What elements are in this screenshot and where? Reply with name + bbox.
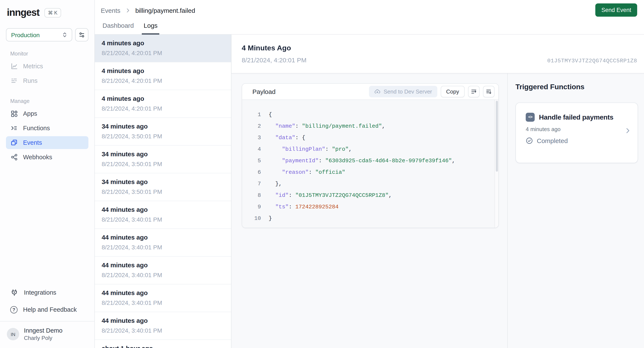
main-panel: 4 Minutes Ago 8/21/2024, 4:20:01 PM 01J5… bbox=[232, 34, 644, 348]
function-time: 4 minutes ago bbox=[526, 126, 630, 132]
event-list-item[interactable]: 44 minutes ago8/21/2024, 3:40:01 PM bbox=[95, 312, 231, 340]
event-item-timestamp: 8/21/2024, 3:40:01 PM bbox=[102, 244, 224, 251]
avatar: IN bbox=[7, 328, 19, 340]
event-item-title: 4 minutes ago bbox=[102, 95, 224, 102]
function-code-icon bbox=[526, 113, 535, 122]
event-item-title: 34 minutes ago bbox=[102, 150, 224, 158]
breadcrumb: Events billing/payment.failed bbox=[101, 7, 195, 14]
sidebar-item-help[interactable]: Help and Feedback bbox=[6, 302, 88, 317]
environment-settings-button[interactable] bbox=[75, 28, 88, 42]
function-status-label: Completed bbox=[537, 137, 568, 144]
function-title: Handle failed payments bbox=[539, 113, 614, 121]
send-to-dev-server-button[interactable]: Send to Dev Server bbox=[369, 86, 437, 97]
event-item-timestamp: 8/21/2024, 3:40:01 PM bbox=[102, 216, 224, 223]
metrics-chart-icon bbox=[10, 62, 18, 70]
tab-dashboard[interactable]: Dashboard bbox=[101, 22, 136, 34]
sidebar-item-label: Events bbox=[23, 139, 42, 146]
event-item-timestamp: 8/21/2024, 3:40:01 PM bbox=[102, 272, 224, 278]
chevron-up-down-icon bbox=[62, 32, 68, 38]
code-line: 7 }, bbox=[242, 178, 498, 190]
sidebar-item-apps[interactable]: Apps bbox=[6, 107, 88, 120]
inngest-logo: inngest bbox=[7, 7, 39, 18]
event-list-item[interactable]: 44 minutes ago8/21/2024, 3:40:01 PM bbox=[95, 229, 231, 256]
event-item-timestamp: 8/21/2024, 3:50:01 PM bbox=[102, 160, 224, 168]
user-name: Inngest Demo bbox=[24, 327, 62, 334]
check-circle-icon bbox=[526, 137, 533, 144]
nav-section-manage: Manage bbox=[10, 98, 88, 104]
event-list-item[interactable]: 34 minutes ago8/21/2024, 3:50:01 PM bbox=[95, 146, 231, 173]
events-icon bbox=[10, 139, 18, 146]
event-item-title: 44 minutes ago bbox=[102, 317, 224, 324]
event-list-item[interactable]: about 1 hour ago bbox=[95, 340, 231, 348]
sidebar-item-integrations[interactable]: Integrations bbox=[6, 285, 88, 300]
sidebar-item-label: Apps bbox=[23, 110, 37, 117]
help-question-icon bbox=[10, 306, 18, 313]
sidebar-item-runs[interactable]: Runs bbox=[6, 74, 88, 87]
sidebar-item-label: Webhooks bbox=[23, 154, 52, 160]
event-item-title: 44 minutes ago bbox=[102, 261, 224, 268]
copy-button[interactable]: Copy bbox=[440, 86, 465, 97]
payload-card: Payload Send to Dev Server Copy bbox=[242, 83, 499, 228]
event-item-timestamp: 8/21/2024, 3:50:01 PM bbox=[102, 188, 224, 195]
chevron-right-icon bbox=[125, 8, 131, 13]
event-item-title: 44 minutes ago bbox=[102, 289, 224, 296]
sliders-icon bbox=[78, 31, 86, 38]
event-item-timestamp: 8/21/2024, 3:40:01 PM bbox=[102, 299, 224, 306]
send-event-button[interactable]: Send Event bbox=[595, 4, 637, 17]
event-item-timestamp: 8/21/2024, 4:20:01 PM bbox=[102, 50, 224, 56]
payload-title: Payload bbox=[252, 88, 366, 95]
sidebar-item-label: Metrics bbox=[23, 63, 43, 70]
event-item-timestamp: 8/21/2024, 4:20:01 PM bbox=[102, 105, 224, 112]
triggered-function-card[interactable]: Handle failed payments 4 minutes ago Com… bbox=[516, 102, 638, 163]
event-list-item[interactable]: 44 minutes ago8/21/2024, 3:40:01 PM bbox=[95, 284, 231, 312]
event-item-title: 34 minutes ago bbox=[102, 122, 224, 130]
event-list-item[interactable]: 44 minutes ago8/21/2024, 3:40:01 PM bbox=[95, 201, 231, 229]
tab-logs[interactable]: Logs bbox=[142, 22, 159, 34]
event-item-timestamp: 8/21/2024, 3:40:01 PM bbox=[102, 327, 224, 334]
code-line: 4 "billingPlan": "pro", bbox=[242, 144, 498, 155]
code-scrollbar[interactable] bbox=[494, 100, 498, 228]
sidebar-item-metrics[interactable]: Metrics bbox=[6, 60, 88, 72]
payload-area: Payload Send to Dev Server Copy bbox=[232, 74, 507, 348]
event-list-item[interactable]: 34 minutes ago8/21/2024, 3:50:01 PM bbox=[95, 118, 231, 146]
event-list-item[interactable]: 44 minutes ago8/21/2024, 3:40:01 PM bbox=[95, 256, 231, 284]
sidebar-item-webhooks[interactable]: Webhooks bbox=[6, 151, 88, 164]
event-list-item[interactable]: 34 minutes ago8/21/2024, 3:50:01 PM bbox=[95, 173, 231, 201]
runs-list-icon bbox=[10, 77, 18, 84]
event-item-title: 34 minutes ago bbox=[102, 178, 224, 185]
code-line: 10} bbox=[242, 213, 498, 224]
event-item-timestamp: 8/21/2024, 4:20:01 PM bbox=[102, 77, 224, 84]
apps-grid-icon bbox=[10, 110, 18, 118]
logo-row: inngest ⌘ K bbox=[6, 7, 88, 18]
event-list-item[interactable]: 4 minutes ago8/21/2024, 4:20:01 PM bbox=[95, 34, 231, 62]
event-list-item[interactable]: 4 minutes ago8/21/2024, 4:20:01 PM bbox=[95, 90, 231, 118]
user-menu[interactable]: IN Inngest Demo Charly Poly bbox=[0, 321, 94, 347]
event-item-timestamp: 8/21/2024, 3:50:01 PM bbox=[102, 133, 224, 140]
functions-icon bbox=[10, 124, 18, 132]
event-detail-title: 4 Minutes Ago bbox=[242, 44, 644, 52]
function-status: Completed bbox=[526, 137, 630, 144]
sidebar-item-events[interactable]: Events bbox=[6, 136, 88, 149]
chevron-right-icon bbox=[624, 127, 631, 134]
event-id: 01J5TMY3VJTZ2QG74QCC5RP1Z8 bbox=[547, 58, 637, 64]
plug-icon bbox=[10, 288, 18, 296]
code-line: 9 "ts": 1724228925284 bbox=[242, 201, 498, 213]
environment-select[interactable]: Production bbox=[6, 28, 72, 42]
code-scrollbar-thumb[interactable] bbox=[496, 101, 498, 172]
wrap-text-icon bbox=[470, 88, 477, 95]
lines-arrow-down-icon bbox=[486, 88, 492, 95]
expand-lines-button[interactable] bbox=[483, 86, 494, 97]
breadcrumb-events[interactable]: Events bbox=[101, 7, 120, 14]
code-line: 5 "paymentId": "6303d925-cda5-4d64-8b2e-… bbox=[242, 155, 498, 166]
payload-card-header: Payload Send to Dev Server Copy bbox=[242, 84, 498, 100]
triggered-functions-panel: Triggered Functions Handle failed paymen… bbox=[507, 74, 644, 348]
word-wrap-button[interactable] bbox=[468, 86, 480, 97]
event-list-item[interactable]: 4 minutes ago8/21/2024, 4:20:01 PM bbox=[95, 62, 231, 90]
code-line: 6 "reason": "officia" bbox=[242, 166, 498, 178]
sidebar-item-functions[interactable]: Functions bbox=[6, 122, 88, 134]
sidebar-footer: Integrations Help and Feedback IN Innges… bbox=[6, 285, 88, 348]
nav-section-monitor: Monitor bbox=[10, 51, 88, 57]
command-k-shortcut[interactable]: ⌘ K bbox=[44, 8, 61, 17]
app-root: inngest ⌘ K Production Monitor Metrics bbox=[0, 0, 644, 348]
environment-label: Production bbox=[11, 32, 62, 38]
